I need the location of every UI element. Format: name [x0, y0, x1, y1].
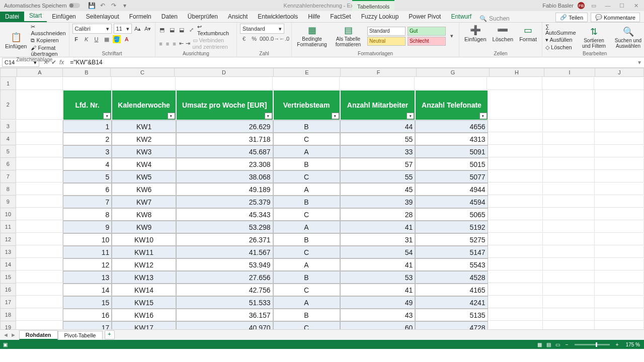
- tab-fuzzylookup[interactable]: Fuzzy Lookup: [356, 12, 404, 22]
- cell[interactable]: [595, 271, 644, 283]
- cell[interactable]: 26.629: [176, 120, 273, 133]
- cell[interactable]: 4728: [415, 321, 488, 329]
- tab-factset[interactable]: FactSet: [325, 12, 356, 22]
- column-header-D[interactable]: D: [175, 68, 274, 77]
- cellstyles-more-icon[interactable]: ▾: [448, 32, 456, 40]
- minimize-icon[interactable]: —: [603, 3, 613, 9]
- tab-file[interactable]: Datei: [0, 12, 24, 22]
- orientation-icon[interactable]: ⤢: [188, 26, 195, 34]
- cell[interactable]: A: [273, 221, 340, 233]
- row-header[interactable]: 9: [0, 196, 16, 208]
- cell[interactable]: 2: [63, 133, 112, 145]
- cell[interactable]: [543, 208, 594, 220]
- cell[interactable]: 49.189: [176, 183, 273, 196]
- sheet-next-icon[interactable]: ►: [11, 332, 16, 338]
- cell[interactable]: 25.379: [176, 196, 273, 208]
- cell[interactable]: [16, 258, 63, 270]
- cell[interactable]: 5: [63, 170, 112, 183]
- cell[interactable]: [488, 90, 543, 120]
- expand-formula-bar-icon[interactable]: ▾: [635, 59, 644, 66]
- close-icon[interactable]: ✕: [631, 3, 641, 9]
- cell[interactable]: C: [273, 208, 340, 221]
- cell[interactable]: KW3: [112, 145, 176, 158]
- cell[interactable]: 54: [340, 246, 416, 258]
- cell[interactable]: [487, 77, 542, 90]
- cell[interactable]: B: [273, 233, 340, 246]
- table-header[interactable]: Anzahl Telefonate▾: [415, 90, 488, 120]
- autosave-switch-icon[interactable]: [69, 3, 80, 8]
- cell[interactable]: 12: [63, 258, 112, 271]
- add-sheet-button[interactable]: +: [105, 330, 115, 339]
- cell[interactable]: [112, 77, 176, 90]
- cell[interactable]: [543, 90, 594, 120]
- row-header[interactable]: 3: [0, 120, 16, 133]
- cell[interactable]: 1: [63, 120, 112, 133]
- cell[interactable]: B: [273, 196, 340, 208]
- cell[interactable]: KW5: [112, 170, 176, 183]
- cell[interactable]: 41.567: [176, 246, 273, 258]
- cell[interactable]: 51.533: [176, 296, 273, 309]
- cell[interactable]: KW11: [112, 246, 176, 258]
- cell[interactable]: C: [273, 321, 340, 329]
- row-header[interactable]: 18: [0, 309, 16, 321]
- confirm-formula-icon[interactable]: ✔: [51, 59, 56, 66]
- cell[interactable]: 4: [63, 158, 112, 170]
- decrease-decimal-icon[interactable]: ←.0: [280, 35, 288, 43]
- number-format-select[interactable]: Standard▾: [240, 24, 284, 34]
- zoom-out-icon[interactable]: −: [562, 342, 572, 347]
- cell[interactable]: [543, 158, 594, 170]
- cell[interactable]: [595, 321, 644, 329]
- format-painter-button[interactable]: 🖌 Format übertragen: [31, 45, 65, 57]
- maximize-icon[interactable]: ☐: [617, 3, 627, 9]
- row-header[interactable]: 15: [0, 271, 16, 284]
- zoom-level[interactable]: 175 %: [622, 342, 644, 347]
- delete-cells-button[interactable]: ➖Löschen: [491, 24, 516, 43]
- sheet-tab-rohdaten[interactable]: Rohdaten: [19, 330, 58, 340]
- cell[interactable]: [488, 208, 543, 220]
- tab-developer[interactable]: Entwicklertools: [253, 12, 303, 22]
- cell[interactable]: B: [273, 120, 340, 133]
- tab-data[interactable]: Daten: [156, 12, 183, 22]
- view-pagebreak-icon[interactable]: ▭: [553, 342, 562, 347]
- fill-color-button[interactable]: 🪣: [113, 35, 121, 43]
- cell[interactable]: 55: [340, 133, 416, 145]
- column-header-E[interactable]: E: [274, 68, 341, 77]
- cell[interactable]: [488, 221, 543, 233]
- cell[interactable]: KW9: [112, 221, 176, 233]
- cell[interactable]: [595, 90, 644, 120]
- name-box[interactable]: C14▾: [2, 58, 39, 67]
- cell[interactable]: [595, 296, 644, 308]
- cell[interactable]: [543, 170, 594, 183]
- cell[interactable]: [16, 196, 63, 208]
- copy-button[interactable]: ⧉ Kopieren: [31, 37, 65, 44]
- cell[interactable]: 39: [340, 196, 416, 208]
- fill-button[interactable]: ▾ Ausfüllen: [545, 37, 576, 43]
- cell[interactable]: [543, 145, 594, 157]
- cell[interactable]: [595, 221, 644, 233]
- cancel-formula-icon[interactable]: ✕: [43, 59, 48, 66]
- cell[interactable]: 7: [63, 196, 112, 208]
- cell[interactable]: KW16: [112, 309, 176, 321]
- paste-button[interactable]: 📋Einfügen: [3, 31, 29, 50]
- row-header[interactable]: 5: [0, 145, 16, 158]
- borders-button[interactable]: ▦: [103, 35, 111, 43]
- cell[interactable]: KW8: [112, 208, 176, 221]
- tab-help[interactable]: Hilfe: [303, 12, 325, 22]
- clear-button[interactable]: ◇ Löschen: [545, 44, 576, 51]
- find-select-button[interactable]: 🔍Suchen und Auswählen: [612, 25, 645, 50]
- cell[interactable]: KW14: [112, 284, 176, 296]
- cell[interactable]: [340, 77, 415, 90]
- undo-icon[interactable]: ↶: [99, 2, 106, 9]
- row-header[interactable]: 1: [0, 77, 16, 90]
- column-header-C[interactable]: C: [111, 68, 175, 77]
- cell[interactable]: [543, 120, 594, 132]
- italic-button[interactable]: K: [83, 35, 91, 43]
- cell[interactable]: C: [273, 133, 340, 145]
- ribbon-display-options-icon[interactable]: ▭: [589, 3, 599, 9]
- tab-start[interactable]: Start: [24, 11, 47, 22]
- table-header[interactable]: Umsatz pro Woche [EUR]▾: [176, 90, 273, 120]
- cell[interactable]: 4241: [415, 296, 488, 309]
- cell[interactable]: C: [273, 170, 340, 183]
- cell[interactable]: 15: [63, 296, 112, 309]
- table-header[interactable]: Anzahl Mitarbeiter▾: [340, 90, 416, 120]
